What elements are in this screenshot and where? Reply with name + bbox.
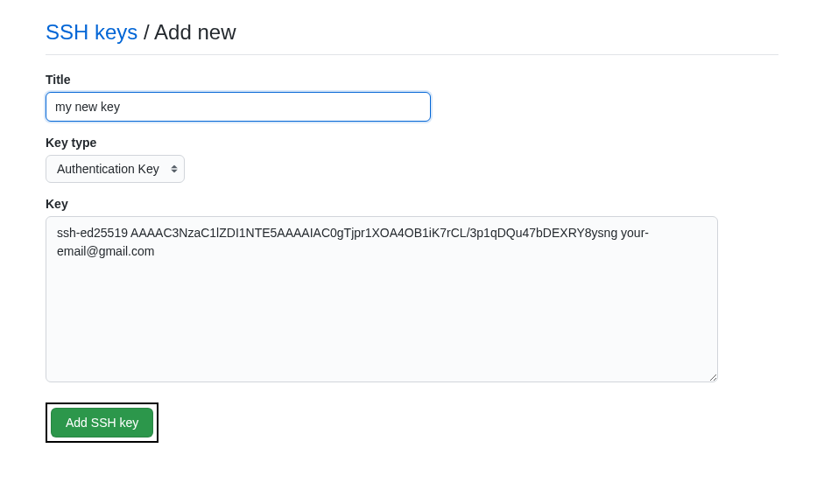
key-textarea[interactable] <box>46 216 718 382</box>
add-ssh-key-form: Title Key type Authentication Key Key Ad… <box>46 73 778 443</box>
key-type-group: Key type Authentication Key <box>46 136 778 183</box>
page-header: SSH keys / Add new <box>46 18 778 55</box>
key-type-select-wrapper: Authentication Key <box>46 155 185 183</box>
title-label: Title <box>46 73 778 87</box>
submit-highlight-box: Add SSH key <box>46 402 158 443</box>
key-type-label: Key type <box>46 136 778 150</box>
breadcrumb-current: Add new <box>154 20 236 44</box>
title-group: Title <box>46 73 778 122</box>
breadcrumb-separator: / <box>144 20 154 44</box>
title-input[interactable] <box>46 92 431 122</box>
key-label: Key <box>46 197 778 211</box>
breadcrumb: SSH keys / Add new <box>46 18 778 47</box>
key-type-select[interactable]: Authentication Key <box>46 155 185 183</box>
add-ssh-key-button[interactable]: Add SSH key <box>51 408 153 438</box>
key-group: Key <box>46 197 778 385</box>
breadcrumb-link-ssh-keys[interactable]: SSH keys <box>46 20 137 44</box>
